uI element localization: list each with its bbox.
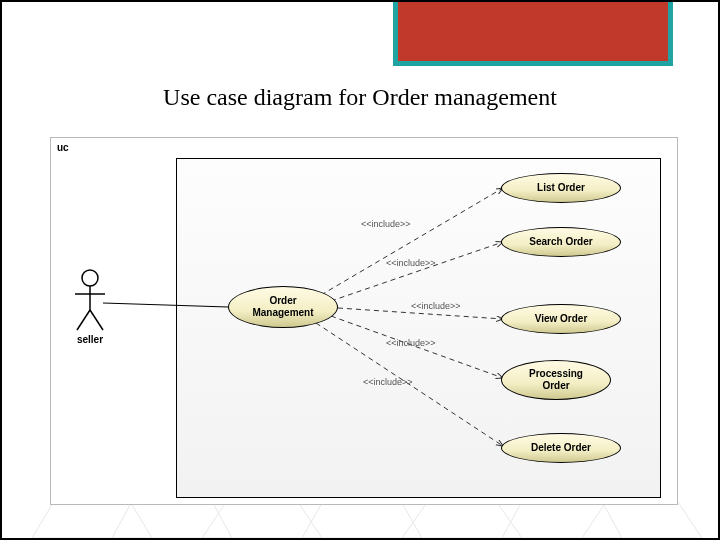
actor-icon [69,268,111,334]
include-label-3: <<include>> [411,301,461,311]
svg-line-10 [77,310,90,330]
usecase-search-order: Search Order [501,227,621,257]
usecase-view-order: View Order [501,304,621,334]
actor-seller: seller [61,268,119,345]
usecase-delete-order: Delete Order [501,433,621,463]
svg-point-7 [82,270,98,286]
usecase-main: Order Management [228,286,338,328]
include-label-2: <<include>> [386,258,436,268]
include-label-1: <<include>> [361,219,411,229]
actor-label: seller [61,334,119,345]
frame-label: uc [57,142,69,153]
slide-title: Use case diagram for Order management [2,84,718,111]
slide: Use case diagram for Order management uc… [0,0,720,540]
include-label-4: <<include>> [386,338,436,348]
usecase-diagram: uc seller [50,137,678,505]
usecase-list-order: List Order [501,173,621,203]
include-label-5: <<include>> [363,377,413,387]
usecase-processing-order: Processing Order [501,360,611,400]
title-banner [393,2,673,66]
svg-line-11 [90,310,103,330]
